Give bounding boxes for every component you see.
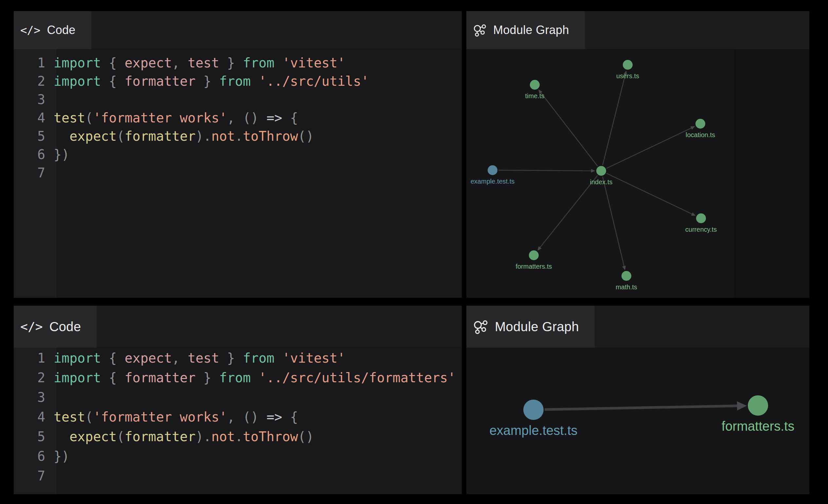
- tab-module-graph-bottom[interactable]: Module Graph: [466, 306, 595, 347]
- graph-edge-arrowhead: [591, 169, 595, 172]
- code-line: 2import { formatter } from '../src/utils…: [14, 368, 462, 387]
- graph-node-label: formatters.ts: [721, 419, 794, 433]
- line-number: 4: [14, 407, 45, 427]
- graph-edge: [539, 175, 597, 248]
- app-screenshot: </> Code 1import { expect, test } from '…: [0, 0, 828, 504]
- tab-module-graph-top[interactable]: Module Graph: [466, 11, 585, 49]
- tab-code-bottom[interactable]: </> Code: [14, 306, 96, 347]
- graph-edge-arrowhead: [622, 266, 626, 270]
- graph-node-label: users.ts: [616, 72, 639, 80]
- graph-node-label: currency.ts: [685, 226, 717, 233]
- line-number: 4: [14, 109, 45, 127]
- graph-edge: [540, 92, 597, 166]
- code-text: }): [45, 447, 69, 466]
- code-line: 6}): [14, 145, 462, 164]
- graph-node-currency.ts[interactable]: [696, 213, 706, 223]
- code-text: import { expect, test } from 'vitest': [45, 54, 345, 72]
- module-graph-canvas-top[interactable]: users.tstime.tslocation.tsexample.test.t…: [466, 49, 809, 298]
- graph-node-time.ts[interactable]: [530, 80, 540, 90]
- code-line: 2import { formatter } from '../src/utils…: [14, 72, 462, 90]
- code-line: 1import { expect, test } from 'vitest': [14, 348, 462, 368]
- line-number: 2: [14, 72, 45, 90]
- tab-code-top[interactable]: </> Code: [14, 11, 91, 49]
- graph-node-location.ts[interactable]: [696, 119, 705, 129]
- code-icon: </>: [20, 320, 43, 334]
- line-number: 7: [14, 164, 45, 182]
- line-number: 6: [14, 145, 45, 164]
- graph-edge: [603, 74, 625, 165]
- code-line: 3: [14, 387, 462, 407]
- code-text: [45, 90, 54, 109]
- line-number: 7: [14, 466, 45, 486]
- graph-node-label: location.ts: [686, 131, 715, 138]
- tab-module-graph-label: Module Graph: [495, 320, 579, 334]
- graph-node-example.test.ts[interactable]: [523, 400, 544, 420]
- code-line: 3: [14, 90, 462, 109]
- code-text: import { expect, test } from 'vitest': [45, 348, 345, 368]
- tab-module-graph-label: Module Graph: [493, 23, 569, 37]
- code-line: 7: [14, 466, 462, 486]
- code-editor-bottom[interactable]: 1import { expect, test } from 'vitest'2i…: [14, 347, 462, 494]
- module-graph-canvas-bottom[interactable]: example.test.tsformatters.ts: [466, 347, 809, 494]
- code-panel-top-header: </> Code: [14, 11, 462, 49]
- code-line: 6}): [14, 447, 462, 466]
- code-text: [45, 387, 54, 407]
- module-graph-icon: [473, 319, 488, 334]
- graph-edge: [498, 170, 592, 171]
- module-graph-top-header: Module Graph: [466, 11, 809, 49]
- code-editor-top[interactable]: 1import { expect, test } from 'vitest'2i…: [14, 49, 462, 298]
- line-number: 3: [14, 387, 45, 407]
- graph-node-label: example.test.ts: [470, 178, 515, 185]
- line-number: 6: [14, 447, 45, 466]
- code-line: 7: [14, 164, 462, 182]
- graph-node-formatters.ts[interactable]: [748, 395, 768, 416]
- code-line: 5 expect(formatter).not.toThrow(): [14, 427, 462, 447]
- graph-node-label: time.ts: [525, 92, 545, 99]
- code-line: 1import { expect, test } from 'vitest': [14, 54, 462, 72]
- graph-edge: [545, 406, 740, 410]
- module-graph-panel-top: Module Graph users.tstime.tslocation.tse…: [466, 11, 809, 298]
- code-text: [45, 466, 54, 486]
- graph-edge: [607, 173, 693, 214]
- code-line: 5 expect(formatter).not.toThrow(): [14, 127, 462, 145]
- code-line: 4test('formatter works', () => {: [14, 407, 462, 427]
- line-number: 3: [14, 90, 45, 109]
- code-text: }): [45, 145, 69, 164]
- code-text: test('formatter works', () => {: [45, 407, 298, 427]
- tab-code-label: Code: [47, 23, 75, 37]
- code-panel-top: </> Code 1import { expect, test } from '…: [14, 11, 462, 298]
- code-panel-bottom: </> Code 1import { expect, test } from '…: [14, 306, 462, 494]
- code-text: test('formatter works', () => {: [45, 109, 298, 127]
- code-text: expect(formatter).not.toThrow(): [45, 427, 314, 447]
- graph-node-formatters.ts[interactable]: [529, 250, 539, 260]
- code-text: [45, 164, 54, 182]
- graph-node-users.ts[interactable]: [623, 60, 633, 70]
- code-panel-bottom-header: </> Code: [14, 306, 462, 347]
- module-graph-icon: [473, 23, 487, 37]
- code-line: 4test('formatter works', () => {: [14, 109, 462, 127]
- module-graph-bottom-header: Module Graph: [466, 306, 809, 347]
- graph-edge: [607, 128, 692, 168]
- code-text: import { formatter } from '../src/utils': [45, 72, 369, 90]
- graph-node-index.ts[interactable]: [596, 166, 606, 176]
- graph-edge-arrowhead: [737, 401, 747, 410]
- graph-node-label: index.ts: [590, 178, 613, 185]
- line-number: 1: [14, 54, 45, 72]
- code-icon: </>: [20, 24, 40, 37]
- line-number: 5: [14, 427, 45, 447]
- module-graph-panel-bottom: Module Graph example.test.tsformatters.t…: [466, 306, 809, 494]
- line-number: 1: [14, 348, 45, 368]
- code-text: expect(formatter).not.toThrow(): [45, 127, 314, 145]
- code-text: import { formatter } from '../src/utils/…: [45, 368, 456, 387]
- graph-node-example.test.ts[interactable]: [488, 165, 497, 175]
- line-number: 5: [14, 127, 45, 145]
- line-number: 2: [14, 368, 45, 387]
- graph-node-label: formatters.ts: [515, 263, 552, 270]
- graph-node-math.ts[interactable]: [621, 271, 631, 281]
- graph-edge: [603, 177, 624, 267]
- graph-node-label: example.test.ts: [489, 423, 577, 437]
- graph-node-label: math.ts: [616, 284, 637, 291]
- tab-code-label: Code: [49, 320, 81, 334]
